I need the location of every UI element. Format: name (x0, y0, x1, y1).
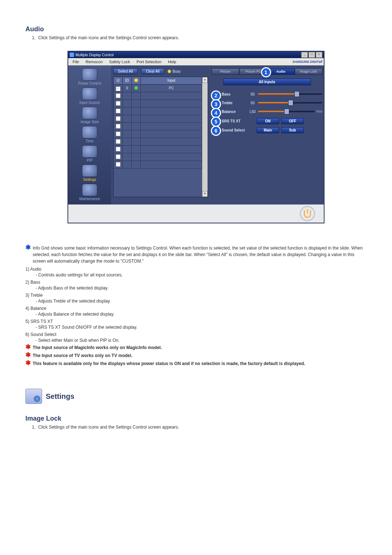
table-row[interactable] (114, 161, 202, 169)
all-inputs-button[interactable]: All Inputs (223, 78, 311, 85)
grid-header: ☑ ID Input (114, 77, 202, 85)
row-input (141, 115, 202, 122)
sidebar: Power Control Input Source Image Size Ti… (68, 65, 111, 204)
mode-option-2[interactable]: OFF (281, 118, 304, 124)
col-status (132, 77, 141, 84)
close-button[interactable]: × (316, 52, 322, 58)
tab-picture[interactable]: Picture (212, 68, 239, 75)
sidebar-item-input-source[interactable]: Input Source (70, 88, 110, 105)
mode-row-sound-select: 6Sound SelectMainSub (212, 127, 322, 133)
select-all-button[interactable]: Select All (113, 68, 138, 74)
sidebar-item-pip[interactable]: PIP (70, 145, 110, 162)
intro-number: 1. (32, 425, 37, 430)
settings-icon (82, 165, 97, 177)
row-status (132, 115, 141, 122)
slider-thumb[interactable] (288, 100, 293, 106)
row-checkbox[interactable] (114, 123, 123, 130)
row-id (123, 138, 132, 145)
row-input (141, 153, 202, 161)
mode-option-2[interactable]: Sub (281, 127, 304, 133)
mode-row-srs-ts-xt: 5SRS TS XTONOFF (212, 118, 322, 124)
sidebar-item-time[interactable]: Time (70, 126, 110, 143)
settings-section-head: Settings (25, 389, 367, 404)
table-row[interactable]: ✓0PC (114, 85, 202, 92)
table-row[interactable] (114, 138, 202, 146)
row-checkbox[interactable] (114, 138, 123, 145)
slider-track[interactable] (258, 101, 322, 105)
callout-1: 1 (261, 67, 271, 77)
mode-option-1[interactable]: ON (257, 118, 279, 124)
menu-port-selection[interactable]: Port Selection (134, 59, 164, 65)
busy-dot-icon (168, 70, 171, 73)
desc-item: 2) Bass (25, 280, 367, 285)
image-lock-heading: Image Lock (25, 415, 367, 422)
desc-item-sub: - Adjusts Balance of the selected displa… (36, 312, 367, 317)
minimize-button[interactable]: _ (301, 52, 308, 58)
table-row[interactable] (114, 108, 202, 115)
tab-audio[interactable]: 1 Audio (267, 68, 295, 75)
col-check[interactable]: ☑ (114, 77, 123, 84)
scroll-down-icon[interactable]: ▼ (202, 191, 208, 197)
settings-tabs: Picture Picture PC 1 Audio Image Lock (212, 68, 322, 75)
sidebar-item-maintenance[interactable]: Maintenance (70, 184, 110, 201)
titlebar: Multiple Display Control _ □ × (68, 52, 324, 58)
row-checkbox[interactable] (114, 153, 123, 161)
callout-5: 5 (211, 117, 221, 127)
menu-safety-lock[interactable]: Safety Lock (106, 59, 133, 65)
row-checkbox[interactable] (114, 108, 123, 115)
row-id (123, 161, 132, 168)
row-status (132, 85, 141, 92)
table-row[interactable] (114, 146, 202, 153)
slider-track[interactable] (258, 109, 315, 114)
status-header-icon (134, 78, 138, 82)
row-id (123, 115, 132, 122)
busy-indicator: Busy (168, 69, 180, 73)
slider-thumb[interactable] (284, 109, 289, 114)
sidebar-item-image-size[interactable]: Image Size (70, 107, 110, 124)
row-checkbox[interactable] (114, 100, 123, 107)
row-checkbox[interactable]: ✓ (114, 85, 123, 92)
audio-intro: 1. Click Settings of the main icons and … (32, 35, 367, 40)
mode-label: Sound Select (222, 128, 254, 132)
window-title: Multiple Display Control (75, 53, 301, 57)
row-id (123, 130, 132, 138)
row-input (141, 100, 202, 107)
row-checkbox[interactable] (114, 92, 123, 100)
star-icon: ✱ (25, 245, 33, 264)
tab-image-lock[interactable]: Image Lock (295, 68, 322, 75)
menu-file[interactable]: File (70, 59, 82, 65)
brand-label: SAMSUNG DIGITall (293, 60, 322, 64)
slider-track[interactable] (258, 92, 322, 96)
table-row[interactable] (114, 100, 202, 108)
menu-remocon[interactable]: Remocon (83, 59, 106, 65)
table-row[interactable] (114, 123, 202, 130)
row-checkbox[interactable] (114, 130, 123, 138)
slider-bass: 2Bass60 (212, 92, 322, 96)
power-icon (300, 206, 315, 221)
row-checkbox[interactable] (114, 161, 123, 168)
slider-value: 60 (247, 92, 258, 96)
sidebar-item-settings[interactable]: Settings (70, 165, 110, 182)
table-row[interactable] (114, 92, 202, 100)
slider-thumb[interactable] (294, 91, 299, 97)
clear-all-button[interactable]: Clear All (141, 68, 164, 74)
callout-6: 6 (211, 126, 221, 136)
scroll-up-icon[interactable]: ▲ (202, 77, 208, 83)
row-id (123, 153, 132, 161)
sidebar-item-label: Settings (83, 178, 96, 182)
time-icon (82, 126, 97, 138)
row-checkbox[interactable] (114, 146, 123, 153)
maximize-button[interactable]: □ (309, 52, 315, 58)
mode-option-1[interactable]: Main (257, 127, 279, 133)
row-id (123, 108, 132, 115)
table-row[interactable] (114, 115, 202, 123)
table-row[interactable] (114, 153, 202, 161)
slider-label: Balance (222, 110, 247, 114)
col-id: ID (123, 77, 132, 84)
sidebar-item-power-control[interactable]: Power Control (70, 68, 110, 85)
image-size-icon (82, 107, 97, 119)
table-row[interactable] (114, 130, 202, 138)
grid-scrollbar[interactable]: ▲ ▼ (202, 77, 208, 197)
row-checkbox[interactable] (114, 115, 123, 122)
menu-help[interactable]: Help (165, 59, 179, 65)
